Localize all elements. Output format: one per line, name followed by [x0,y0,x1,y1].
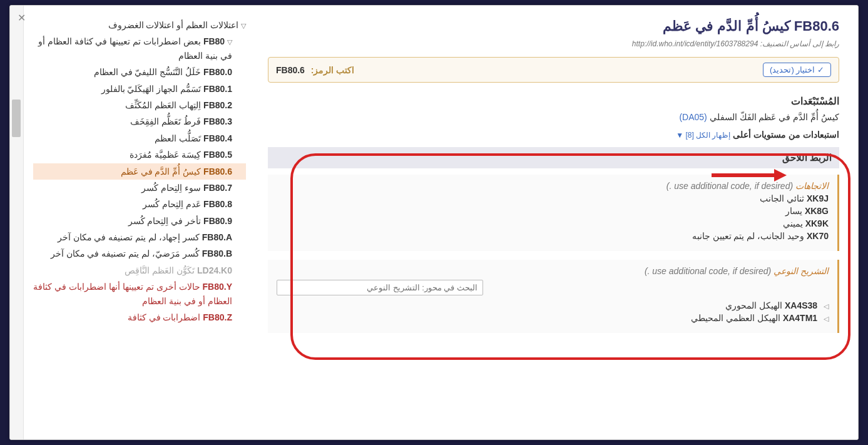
tree-item[interactable]: FB80.A كسر إجهاد، لم يتم تصنيفه في مكان … [33,229,246,245]
axis-option[interactable]: XK9K يميني [277,218,829,228]
exclusion-item: كيسُ أُمِّ الدَّم في عَظم الفَكّ السفلي … [268,112,839,122]
code-label: اكتب الرمز: [311,65,355,75]
tree-item[interactable]: FB80.Y حالات أخرى تم تعيينها أنها اضطراب… [33,279,246,309]
tree-item-selected[interactable]: FB80.6 كيسُ أُمِّ الدَّم في عَظم [33,163,246,180]
scrollbar[interactable] [10,6,24,439]
postcoordination-header: الربط اللاحق [268,147,839,168]
main-panel: FB80.6 كيسُ أُمِّ الدَّم في عَظم رابط إل… [255,6,858,439]
title-code: FB80.6 [794,18,839,34]
exclusion-link[interactable]: (DA05) [679,112,707,122]
tree-item[interactable]: FB80.8 عَدم اِلتِحام كُسر [33,196,246,212]
upward-exclusions-header: استبعادات من مستويات أعلى إظهار الكل [8]… [268,130,839,140]
axis-option[interactable]: ◁ XA4S38 الهيكل المحوري [277,300,829,310]
tree-item[interactable]: FB80.0 خَلَلُ التَّنَسُّج الليفيّ في الع… [33,64,246,80]
caret-icon[interactable]: ▽ [227,38,232,46]
axis-title: الاتجاهات (. use additional code, if des… [277,181,829,191]
code-bar: ✓ اختيار (تحديد) اكتب الرمز: FB80.6 [268,57,839,83]
code-value: FB80.6 [276,65,305,75]
axis-search-input[interactable] [277,280,483,295]
tree-item[interactable]: FB80.2 اِلتِهاب العَظم المُكَثِّف [33,97,246,113]
axis-option[interactable]: XK70 وحيد الجانب، لم يتم تعيين جانبه [277,231,829,241]
title-text: كيسُ أُمِّ الدَّم في عَظم [663,18,790,34]
select-button[interactable]: ✓ اختيار (تحديد) [763,63,831,77]
axis-option[interactable]: ◁ XA4TM1 الهيكل العظمي المحيطي [277,313,829,323]
exclusions-heading: المُسْتَبْعَدات [268,95,839,107]
tree-item[interactable]: ▽ اعتلالات العظم أو اعتلالات الغضروف [33,17,246,33]
tree-item[interactable]: FB80.3 فَرطُ تَعَظُّم الفِقِخَف [33,113,246,130]
tree-item[interactable]: FB80.Z اضطرابات في كثافة [33,309,246,325]
axis-anatomy: التشريح النوعي (. use additional code, i… [268,260,839,333]
tree-item[interactable]: FB80.B كُسر مَرَضيّ، لم يتم تصنيفه في مك… [33,245,246,262]
caret-icon[interactable]: ▽ [241,22,246,29]
axis-option[interactable]: XK8G يسار [277,206,829,216]
page-title: FB80.6 كيسُ أُمِّ الدَّم في عَظم [268,18,839,34]
tree-item[interactable]: FB80.4 تَصَلُّب العظم [33,130,246,146]
tree-item[interactable]: LD24.K0 تَكَوُّن العَظم النَّاقِص [33,262,246,279]
show-all-toggle[interactable]: إظهار الكل [8] ▼ [676,131,730,140]
close-icon[interactable]: ✕ [18,12,26,24]
scroll-thumb[interactable] [12,100,21,137]
tree-item[interactable]: ▽ FB80 بعض اضطرابات تم تعيينها في كثافة … [33,33,246,64]
axis-title: التشريح النوعي (. use additional code, i… [277,266,829,276]
tree-item[interactable]: FB80.7 سوء اِلتِحام كُسر [33,180,246,196]
foundation-link: رابط إلى أساس التصنيف: http://id.who.int… [268,39,839,48]
details-modal: ✕ FB80.6 كيسُ أُمِّ الدَّم في عَظم رابط … [9,5,859,440]
axis-option[interactable]: XK9J ثنائي الجانب [277,193,829,203]
axis-laterality: الاتجاهات (. use additional code, if des… [268,175,839,251]
hierarchy-tree: ▽ اعتلالات العظم أو اعتلالات الغضروف▽ FB… [24,6,255,439]
tree-item[interactable]: FB80.5 كِيسَة عَظمِيَّة مُفرَدة [33,146,246,163]
tree-item[interactable]: FB80.1 تَسَمُّم الجهاز الهَيكَليّ بالفلو… [33,81,246,97]
tree-item[interactable]: FB80.9 تأخر في اِلتِحام كُسر [33,213,246,229]
